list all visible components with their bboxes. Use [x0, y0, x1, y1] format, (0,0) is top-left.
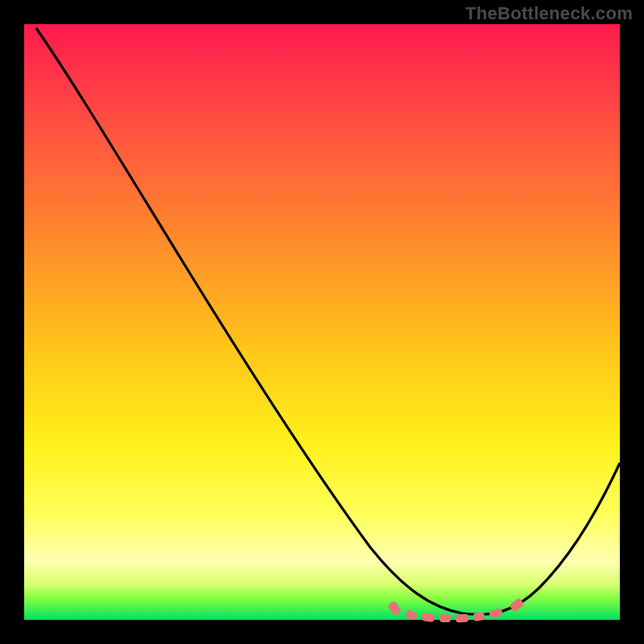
- bottleneck-curve: [24, 24, 620, 620]
- optimal-marker: [440, 614, 451, 622]
- optimal-marker: [421, 613, 435, 622]
- optimal-marker: [473, 612, 485, 621]
- plot-area: [24, 24, 620, 620]
- chart-frame: TheBottleneck.com: [0, 0, 644, 644]
- curve-path: [36, 28, 620, 614]
- watermark-text: TheBottleneck.com: [465, 3, 633, 24]
- optimal-marker: [456, 613, 469, 622]
